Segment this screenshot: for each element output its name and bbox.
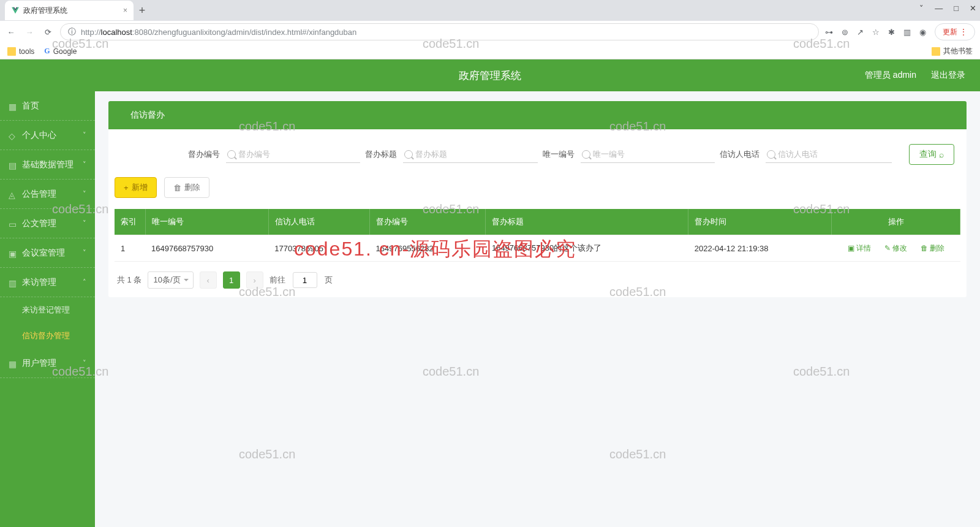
update-button[interactable]: 更新⋮	[935, 23, 975, 40]
browser-chrome: 政府管理系统 × + ˅ — □ ✕ ← → ⟳ ⓘ http://localh…	[0, 0, 980, 59]
folder-icon	[932, 47, 940, 56]
tab-title: 政府管理系统	[23, 6, 67, 16]
url-text: http://localhost:8080/zhengfuguanlixiton…	[81, 28, 356, 37]
back-icon[interactable]: ←	[5, 26, 17, 38]
search-icon[interactable]: ⊚	[842, 28, 848, 37]
tab-close-icon[interactable]: ×	[123, 6, 127, 15]
tabs-row: 政府管理系统 × + ˅ — □ ✕	[0, 0, 980, 21]
window-close-icon[interactable]: ✕	[970, 4, 976, 13]
url-bar[interactable]: ⓘ http://localhost:8080/zhengfuguanlixit…	[60, 23, 819, 40]
vue-icon	[11, 6, 20, 15]
address-row: ← → ⟳ ⓘ http://localhost:8080/zhengfugua…	[0, 21, 980, 43]
window-maximize-icon[interactable]: □	[954, 4, 959, 13]
share-icon[interactable]: ↗	[857, 28, 864, 37]
star-icon[interactable]: ☆	[872, 28, 880, 37]
reload-icon[interactable]: ⟳	[42, 26, 54, 38]
new-tab-button[interactable]: +	[134, 4, 151, 17]
window-controls: ˅ — □ ✕	[919, 4, 976, 13]
toolbar-right: ⊶ ⊚ ↗ ☆ ✱ ▥ ◉ 更新⋮	[825, 23, 975, 40]
profile-icon[interactable]: ◉	[919, 28, 926, 37]
window-dropdown-icon[interactable]: ˅	[919, 4, 924, 13]
bookmark-google[interactable]: GGoogle	[44, 47, 77, 56]
browser-tab[interactable]: 政府管理系统 ×	[5, 1, 134, 20]
google-icon: G	[44, 47, 50, 56]
forward-icon[interactable]: →	[23, 26, 36, 38]
key-icon[interactable]: ⊶	[825, 28, 833, 37]
bookmark-other[interactable]: 其他书签	[932, 46, 973, 56]
window-minimize-icon[interactable]: —	[935, 4, 943, 13]
panel-icon[interactable]: ▥	[903, 28, 911, 37]
folder-icon	[7, 47, 16, 56]
bookmarks-row: tools GGoogle 其他书签	[0, 43, 980, 59]
info-icon: ⓘ	[68, 26, 76, 37]
bookmark-tools[interactable]: tools	[7, 47, 34, 56]
extensions-icon[interactable]: ✱	[888, 28, 895, 37]
